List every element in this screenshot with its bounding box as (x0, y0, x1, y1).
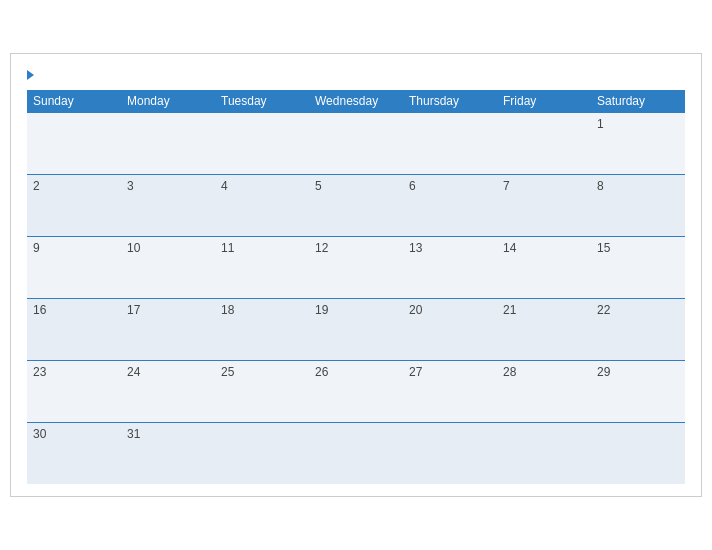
logo-blue-text (27, 70, 36, 80)
day-number: 30 (33, 427, 46, 441)
calendar-table: SundayMondayTuesdayWednesdayThursdayFrid… (27, 90, 685, 485)
day-number: 12 (315, 241, 328, 255)
weekday-header-row: SundayMondayTuesdayWednesdayThursdayFrid… (27, 90, 685, 113)
calendar-cell: 1 (591, 112, 685, 174)
day-number: 29 (597, 365, 610, 379)
weekday-header-thursday: Thursday (403, 90, 497, 113)
calendar-cell (27, 112, 121, 174)
day-number: 10 (127, 241, 140, 255)
day-number: 21 (503, 303, 516, 317)
day-number: 18 (221, 303, 234, 317)
calendar-body: 1234567891011121314151617181920212223242… (27, 112, 685, 484)
day-number: 16 (33, 303, 46, 317)
day-number: 6 (409, 179, 416, 193)
calendar-thead: SundayMondayTuesdayWednesdayThursdayFrid… (27, 90, 685, 113)
calendar-cell: 24 (121, 360, 215, 422)
calendar-cell: 23 (27, 360, 121, 422)
calendar-cell: 29 (591, 360, 685, 422)
calendar-cell: 31 (121, 422, 215, 484)
calendar-cell: 25 (215, 360, 309, 422)
weekday-header-tuesday: Tuesday (215, 90, 309, 113)
weekday-header-wednesday: Wednesday (309, 90, 403, 113)
day-number: 26 (315, 365, 328, 379)
day-number: 24 (127, 365, 140, 379)
day-number: 19 (315, 303, 328, 317)
week-row-5: 23242526272829 (27, 360, 685, 422)
calendar-cell: 21 (497, 298, 591, 360)
calendar-cell (309, 422, 403, 484)
calendar-container: SundayMondayTuesdayWednesdayThursdayFrid… (10, 53, 702, 498)
week-row-2: 2345678 (27, 174, 685, 236)
logo-triangle-icon (27, 70, 34, 80)
weekday-header-sunday: Sunday (27, 90, 121, 113)
calendar-cell: 19 (309, 298, 403, 360)
day-number: 7 (503, 179, 510, 193)
calendar-cell: 18 (215, 298, 309, 360)
calendar-cell: 26 (309, 360, 403, 422)
calendar-cell: 28 (497, 360, 591, 422)
calendar-cell: 5 (309, 174, 403, 236)
calendar-cell (215, 422, 309, 484)
day-number: 28 (503, 365, 516, 379)
day-number: 20 (409, 303, 422, 317)
week-row-1: 1 (27, 112, 685, 174)
calendar-cell: 4 (215, 174, 309, 236)
day-number: 23 (33, 365, 46, 379)
calendar-cell (497, 112, 591, 174)
day-number: 5 (315, 179, 322, 193)
calendar-cell: 11 (215, 236, 309, 298)
day-number: 14 (503, 241, 516, 255)
calendar-cell: 20 (403, 298, 497, 360)
calendar-header (27, 70, 685, 80)
calendar-cell: 9 (27, 236, 121, 298)
calendar-cell: 14 (497, 236, 591, 298)
calendar-cell: 12 (309, 236, 403, 298)
calendar-cell: 30 (27, 422, 121, 484)
day-number: 22 (597, 303, 610, 317)
calendar-cell: 27 (403, 360, 497, 422)
weekday-header-monday: Monday (121, 90, 215, 113)
calendar-cell: 10 (121, 236, 215, 298)
day-number: 25 (221, 365, 234, 379)
weekday-header-friday: Friday (497, 90, 591, 113)
day-number: 27 (409, 365, 422, 379)
calendar-cell (215, 112, 309, 174)
calendar-cell: 8 (591, 174, 685, 236)
day-number: 11 (221, 241, 234, 255)
calendar-cell: 16 (27, 298, 121, 360)
calendar-cell (497, 422, 591, 484)
day-number: 8 (597, 179, 604, 193)
week-row-4: 16171819202122 (27, 298, 685, 360)
day-number: 3 (127, 179, 134, 193)
day-number: 4 (221, 179, 228, 193)
calendar-cell (403, 422, 497, 484)
week-row-6: 3031 (27, 422, 685, 484)
calendar-cell: 6 (403, 174, 497, 236)
day-number: 15 (597, 241, 610, 255)
calendar-cell (403, 112, 497, 174)
logo-area (27, 70, 36, 80)
weekday-header-saturday: Saturday (591, 90, 685, 113)
calendar-cell: 17 (121, 298, 215, 360)
calendar-cell: 13 (403, 236, 497, 298)
week-row-3: 9101112131415 (27, 236, 685, 298)
calendar-cell: 7 (497, 174, 591, 236)
calendar-cell: 22 (591, 298, 685, 360)
day-number: 13 (409, 241, 422, 255)
calendar-cell: 15 (591, 236, 685, 298)
calendar-cell (591, 422, 685, 484)
calendar-cell: 2 (27, 174, 121, 236)
calendar-cell: 3 (121, 174, 215, 236)
day-number: 9 (33, 241, 40, 255)
day-number: 1 (597, 117, 604, 131)
calendar-cell (309, 112, 403, 174)
day-number: 31 (127, 427, 140, 441)
calendar-cell (121, 112, 215, 174)
day-number: 17 (127, 303, 140, 317)
day-number: 2 (33, 179, 40, 193)
